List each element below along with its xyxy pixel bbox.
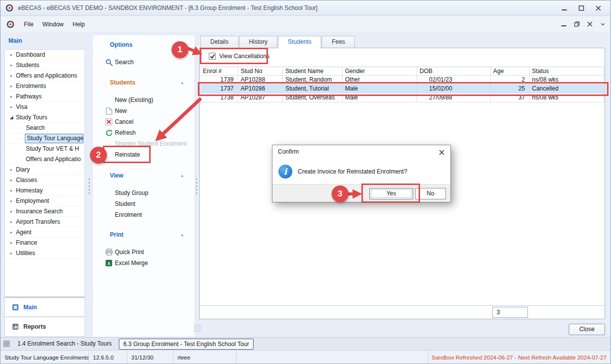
tree-collapsed-icon[interactable]: ▸ [8,196,14,206]
nav-group-main[interactable]: Main [4,297,85,317]
sidebar-item-study-tour-language-e[interactable]: Study Tour Language E [5,133,85,144]
column-header-status[interactable]: Status [529,67,604,76]
tree-collapsed-icon[interactable]: ▸ [8,165,14,175]
tree-collapsed-icon[interactable]: ▸ [8,91,14,101]
column-header-age[interactable]: Age [491,67,529,76]
app-window: eBECAS - eBECAS VET DEMO - SANDBOX ENVIR… [0,0,611,364]
splitter-handle-left[interactable] [86,35,92,337]
mdi-restore-icon[interactable] [572,19,582,28]
sidebar-item-offers-and-applicatio[interactable]: Offers and Applicatio [5,154,85,165]
options-section-title: Students [110,79,135,86]
sidebar-item-homestay[interactable]: ▸Homestay [5,185,85,196]
column-header-student-name[interactable]: Student Name [283,67,343,76]
options-item-search[interactable]: Search [93,58,134,67]
sidebar-item-employment[interactable]: ▸Employment [5,196,85,206]
document-tab-1[interactable]: 1.4 Enrolment Search - Study Tours [13,339,116,350]
document-tab-2[interactable]: 6.3 Group Enrolment - Test English Schoo… [119,339,254,350]
windows-grid-icon[interactable] [3,341,10,348]
tree-collapsed-icon[interactable]: ▸ [8,60,14,70]
nav-group-reports[interactable]: Reports [4,317,85,337]
tree-collapsed-icon[interactable]: ▸ [8,238,14,248]
options-item-new-existing[interactable]: New (Existing) [93,95,153,104]
sidebar-item-agent[interactable]: ▸Agent [5,227,85,238]
options-section-header[interactable]: Print▴ [93,231,194,239]
sidebar-item-label: Airport Transfers [16,217,60,227]
window-title: eBECAS - eBECAS VET DEMO - SANDBOX ENVIR… [18,4,318,11]
refresh-icon [105,129,113,137]
options-item-enrolment[interactable]: Enrolment [93,210,142,219]
options-item-label: Study Group [115,189,148,196]
tree-collapsed-icon[interactable]: ▸ [8,227,14,237]
tab-fees[interactable]: Fees [322,36,355,48]
column-header-enrol[interactable]: Enrol # [200,67,238,76]
tree-expanded-icon[interactable]: ◢ [8,112,14,122]
tab-details[interactable]: Details [200,36,239,48]
sidebar-item-search[interactable]: Search [5,123,85,133]
options-item-student[interactable]: Student [93,199,135,208]
dialog-close-icon[interactable] [437,148,446,156]
tree-collapsed-icon[interactable]: ▸ [8,206,14,216]
mdi-minimize-icon[interactable] [559,19,569,28]
tab-students[interactable]: Students [278,36,321,48]
options-item-cancel[interactable]: Cancel [93,117,133,126]
column-header-gender[interactable]: Gender [343,67,417,76]
options-section-title: Print [110,231,123,238]
minimize-icon[interactable] [556,2,573,13]
collapse-icon[interactable]: ▴ [181,173,183,178]
menu-window[interactable]: Window [38,19,68,29]
options-item-refresh[interactable]: Refresh [93,128,136,137]
sidebar-item-offers-and-applications[interactable]: ▸Offers and Applications [5,71,85,81]
options-item-excel-merge[interactable]: XExcel Merge [93,259,148,268]
options-item-new[interactable]: New [93,106,127,115]
tree-collapsed-icon[interactable]: ▸ [8,50,14,60]
close-icon[interactable] [590,2,607,13]
column-header-stud-no[interactable]: Stud No [238,67,283,76]
sidebar-item-students[interactable]: ▸Students [5,60,85,71]
dialog-body: Create Invoice for Reinstated Enrolment? [272,158,450,185]
chevron-down-icon[interactable] [598,19,608,28]
menu-file[interactable]: File [19,19,38,29]
tree-collapsed-icon[interactable]: ▸ [8,102,14,112]
menubar-app-icon[interactable] [6,20,14,28]
statusbar-cell-text: rleee [177,355,190,361]
sidebar-item-utilities[interactable]: ▸Utilities [5,248,85,259]
tree-collapsed-icon[interactable]: ▸ [8,217,14,227]
splitter-handle-right[interactable] [194,35,199,337]
sidebar-item-study-tours[interactable]: ◢Study Tours [5,112,85,123]
column-header-dob[interactable]: DOB [417,67,491,76]
tab-history[interactable]: History [239,36,277,48]
tree-collapsed-icon[interactable]: ▸ [8,185,14,195]
collapse-icon[interactable]: ▴ [181,232,183,237]
options-item-study-group[interactable]: Study Group [93,188,148,197]
sidebar-item-study-tour-vet-h[interactable]: Study Tour VET & H [5,144,85,154]
sidebar-item-label: Dashboard [16,50,45,60]
sidebar-item-insurance-search[interactable]: ▸Insurance Search [5,206,85,217]
sidebar-item-dashboard[interactable]: ▸Dashboard [5,50,85,60]
options-section-header[interactable]: Students▴ [93,79,194,87]
tree-collapsed-icon[interactable]: ▸ [8,81,14,91]
panel-grip [194,325,200,332]
tree-collapsed-icon[interactable]: ▸ [8,175,14,185]
sidebar-item-visa[interactable]: ▸Visa [5,102,85,112]
sidebar-item-label: Agent [16,227,31,237]
options-item-quick-print[interactable]: Quick Print [93,248,144,257]
collapse-icon[interactable]: ▴ [181,80,183,85]
sidebar-item-classes[interactable]: ▸Classes [5,175,85,185]
mdi-close-icon[interactable] [585,19,595,28]
sidebar-item-enrolments[interactable]: ▸Enrolments [5,81,85,91]
tree-collapsed-icon[interactable]: ▸ [8,248,14,258]
close-button[interactable]: Close [569,324,605,335]
options-section-print: Print▴Quick PrintXExcel Merge [93,231,194,239]
options-section-header[interactable]: View▴ [93,172,194,180]
tree-collapsed-icon[interactable]: ▸ [8,71,14,81]
search-icon [105,58,113,66]
tab-label: History [249,38,267,45]
statusbar-cell-3: 31/12/30 [127,351,174,364]
sidebar-item-diary[interactable]: ▸Diary [5,165,85,175]
sidebar-item-finance[interactable]: ▸Finance [5,238,85,248]
table-header-row: Enrol #Stud NoStudent NameGenderDOBAgeSt… [200,67,604,76]
sidebar-item-pathways[interactable]: ▸Pathways [5,91,85,102]
sidebar-item-airport-transfers[interactable]: ▸Airport Transfers [5,217,85,227]
menu-help[interactable]: Help [68,19,89,29]
maximize-icon[interactable] [573,2,590,13]
